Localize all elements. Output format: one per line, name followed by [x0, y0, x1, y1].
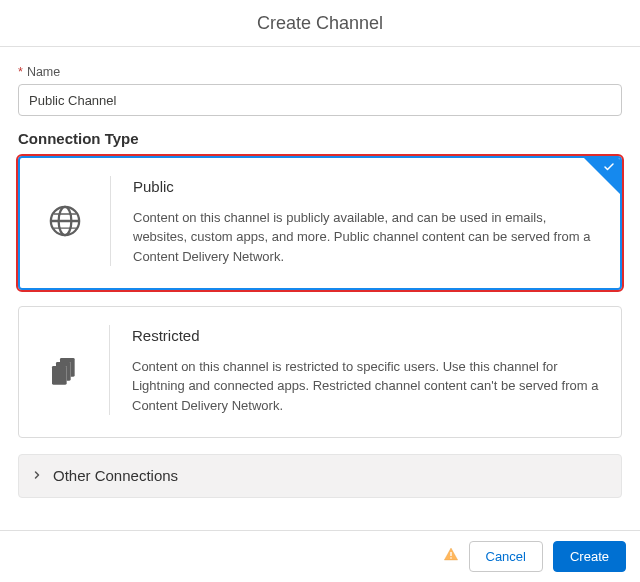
option-desc-restricted: Content on this channel is restricted to…	[132, 357, 599, 416]
card-divider	[109, 325, 110, 415]
modal-body: *Name Connection Type Public Content on …	[0, 47, 640, 498]
card-divider	[110, 176, 111, 266]
option-desc-public: Content on this channel is publicly avai…	[133, 208, 598, 267]
create-button[interactable]: Create	[553, 541, 626, 572]
name-label-text: Name	[27, 65, 60, 79]
required-asterisk: *	[18, 65, 23, 79]
chevron-right-icon	[31, 465, 43, 487]
connection-type-label: Connection Type	[18, 128, 622, 150]
modal-title: Create Channel	[0, 0, 640, 46]
other-connections-toggle[interactable]: Other Connections	[18, 454, 622, 498]
globe-icon	[42, 204, 88, 238]
connection-option-public[interactable]: Public Content on this channel is public…	[18, 156, 622, 290]
modal-footer: Cancel Create	[0, 530, 640, 582]
cancel-button[interactable]: Cancel	[469, 541, 543, 572]
name-input[interactable]	[18, 84, 622, 116]
other-connections-label: Other Connections	[53, 465, 178, 487]
svg-rect-8	[450, 552, 451, 556]
connection-option-restricted[interactable]: Restricted Content on this channel is re…	[18, 306, 622, 438]
name-label: *Name	[18, 63, 622, 81]
check-icon	[603, 161, 615, 173]
copy-icon	[41, 354, 87, 386]
option-title-public: Public	[133, 176, 598, 198]
selected-corner	[584, 158, 620, 194]
warning-icon	[443, 546, 459, 568]
option-title-restricted: Restricted	[132, 325, 599, 347]
svg-rect-9	[450, 557, 451, 558]
svg-rect-7	[52, 366, 67, 385]
